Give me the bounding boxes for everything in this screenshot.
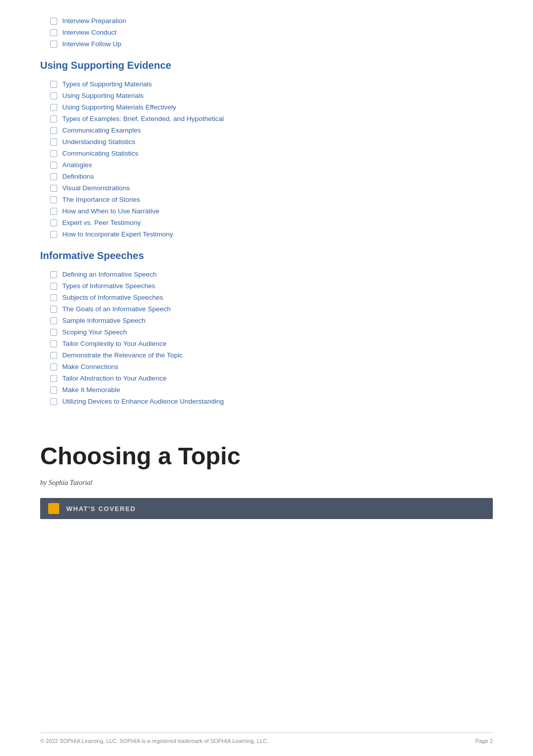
toc-link-subjects-informative-speeches[interactable]: Subjects of Informative Speeches [62, 294, 163, 301]
checkbox-icon [50, 127, 57, 134]
list-item[interactable]: Using Supporting Materials Effectively [40, 101, 493, 113]
list-item[interactable]: Sample Informative Speech [40, 315, 493, 326]
whats-covered-label: WHAT'S COVERED [66, 505, 136, 513]
page-title: Choosing a Topic [40, 442, 493, 470]
checkbox-icon [50, 139, 57, 146]
list-item[interactable]: Types of Examples: Brief, Extended, and … [40, 113, 493, 124]
list-item[interactable]: Expert vs. Peer Testimony [40, 217, 493, 228]
list-item[interactable]: Analogies [40, 159, 493, 171]
checkbox-icon [50, 329, 57, 336]
checkbox-icon [50, 196, 57, 203]
toc-link-using-supporting-materials[interactable]: Using Supporting Materials [62, 92, 144, 99]
list-item[interactable]: The Importance of Stories [40, 194, 493, 205]
toc-link-demonstrate-relevance[interactable]: Demonstrate the Relevance of the Topic [62, 351, 183, 359]
toc-link-interview-preparation[interactable]: Interview Preparation [62, 17, 126, 25]
toc-link-understanding-statistics[interactable]: Understanding Statistics [62, 138, 136, 146]
toc-link-interview-conduct[interactable]: Interview Conduct [62, 29, 116, 36]
whats-covered-icon [48, 503, 59, 514]
checkbox-icon [50, 375, 57, 382]
toc-link-make-connections[interactable]: Make Connections [62, 363, 118, 370]
toc-link-incorporate-expert-testimony[interactable]: How to Incorporate Expert Testimony [62, 230, 173, 238]
informative-speeches-section: Informative Speeches Defining an Informa… [40, 250, 493, 407]
footer-page-number: Page 2 [475, 738, 493, 744]
page-footer: © 2022 SOPHIA Learning, LLC. SOPHIA is a… [40, 732, 493, 744]
byline: by Sophia Tutorial [40, 479, 493, 487]
toc-link-definitions[interactable]: Definitions [62, 173, 94, 180]
list-item[interactable]: Utilizing Devices to Enhance Audience Un… [40, 396, 493, 407]
toc-link-sample-informative-speech[interactable]: Sample Informative Speech [62, 317, 146, 324]
list-item[interactable]: Interview Conduct [40, 27, 493, 38]
list-item[interactable]: Interview Follow Up [40, 38, 493, 50]
toc-link-interview-follow-up[interactable]: Interview Follow Up [62, 40, 121, 48]
toc-link-goals-informative-speech[interactable]: The Goals of an Informative Speech [62, 305, 171, 313]
supporting-evidence-section: Using Supporting Evidence Types of Suppo… [40, 60, 493, 240]
checkbox-icon [50, 231, 57, 238]
toc-link-how-when-narrative[interactable]: How and When to Use Narrative [62, 207, 160, 215]
main-title-section: Choosing a Topic by Sophia Tutorial WHAT… [40, 427, 493, 519]
toc-link-communicating-examples[interactable]: Communicating Examples [62, 127, 141, 134]
toc-link-types-examples[interactable]: Types of Examples: Brief, Extended, and … [62, 115, 224, 122]
toc-link-using-supporting-materials-effectively[interactable]: Using Supporting Materials Effectively [62, 103, 176, 111]
interview-list: Interview Preparation Interview Conduct … [40, 15, 493, 50]
toc-link-tailor-abstraction[interactable]: Tailor Abstraction to Your Audience [62, 374, 167, 382]
checkbox-icon [50, 317, 57, 324]
section-heading-informative-speeches: Informative Speeches [40, 250, 493, 262]
toc-link-types-supporting-materials[interactable]: Types of Supporting Materials [62, 80, 152, 88]
list-item[interactable]: Make Connections [40, 361, 493, 372]
list-item[interactable]: How to Incorporate Expert Testimony [40, 228, 493, 240]
checkbox-icon [50, 162, 57, 169]
toc-link-make-it-memorable[interactable]: Make It Memorable [62, 386, 120, 394]
checkbox-icon [50, 387, 57, 394]
supporting-evidence-list: Types of Supporting Materials Using Supp… [40, 78, 493, 240]
list-item[interactable]: Tailor Abstraction to Your Audience [40, 372, 493, 384]
checkbox-icon [50, 29, 57, 36]
list-item[interactable]: Using Supporting Materials [40, 90, 493, 101]
list-item[interactable]: How and When to Use Narrative [40, 205, 493, 217]
list-item[interactable]: Demonstrate the Relevance of the Topic [40, 349, 493, 361]
list-item[interactable]: Scoping Your Speech [40, 326, 493, 338]
toc-link-analogies[interactable]: Analogies [62, 161, 92, 169]
interview-section: Interview Preparation Interview Conduct … [40, 15, 493, 50]
toc-link-importance-stories[interactable]: The Importance of Stories [62, 196, 140, 203]
checkbox-icon [50, 398, 57, 405]
toc-link-types-informative-speeches[interactable]: Types of Informative Speeches [62, 282, 155, 290]
list-item[interactable]: Interview Preparation [40, 15, 493, 27]
toc-link-communicating-statistics[interactable]: Communicating Statistics [62, 150, 139, 157]
whats-covered-box[interactable]: WHAT'S COVERED [40, 498, 493, 519]
checkbox-icon [50, 18, 57, 25]
checkbox-icon [50, 352, 57, 359]
list-item[interactable]: Visual Demonstrations [40, 182, 493, 194]
list-item[interactable]: Types of Informative Speeches [40, 280, 493, 292]
checkbox-icon [50, 115, 57, 122]
checkbox-icon [50, 173, 57, 180]
list-item[interactable]: Communicating Statistics [40, 148, 493, 159]
checkbox-icon [50, 41, 57, 48]
list-item[interactable]: Communicating Examples [40, 124, 493, 136]
toc-link-tailor-complexity[interactable]: Tailor Complexity to Your Audience [62, 340, 167, 347]
footer-copyright: © 2022 SOPHIA Learning, LLC. SOPHIA is a… [40, 738, 269, 744]
checkbox-icon [50, 219, 57, 226]
checkbox-icon [50, 150, 57, 157]
section-heading-supporting-evidence: Using Supporting Evidence [40, 60, 493, 71]
toc-link-visual-demonstrations[interactable]: Visual Demonstrations [62, 184, 130, 192]
list-item[interactable]: Understanding Statistics [40, 136, 493, 148]
checkbox-icon [50, 294, 57, 301]
list-item[interactable]: Defining an Informative Speech [40, 269, 493, 280]
toc-link-utilizing-devices[interactable]: Utilizing Devices to Enhance Audience Un… [62, 398, 224, 405]
list-item[interactable]: Types of Supporting Materials [40, 78, 493, 90]
checkbox-icon [50, 340, 57, 347]
list-item[interactable]: Subjects of Informative Speeches [40, 292, 493, 303]
checkbox-icon [50, 271, 57, 278]
toc-link-scoping-your-speech[interactable]: Scoping Your Speech [62, 328, 127, 336]
list-item[interactable]: Definitions [40, 171, 493, 182]
checkbox-icon [50, 185, 57, 192]
checkbox-icon [50, 283, 57, 290]
list-item[interactable]: Tailor Complexity to Your Audience [40, 338, 493, 349]
list-item[interactable]: The Goals of an Informative Speech [40, 303, 493, 315]
checkbox-icon [50, 81, 57, 88]
checkbox-icon [50, 208, 57, 215]
toc-link-defining-informative-speech[interactable]: Defining an Informative Speech [62, 271, 157, 278]
list-item[interactable]: Make It Memorable [40, 384, 493, 396]
toc-link-expert-peer-testimony[interactable]: Expert vs. Peer Testimony [62, 219, 141, 226]
informative-speeches-list: Defining an Informative Speech Types of … [40, 269, 493, 407]
